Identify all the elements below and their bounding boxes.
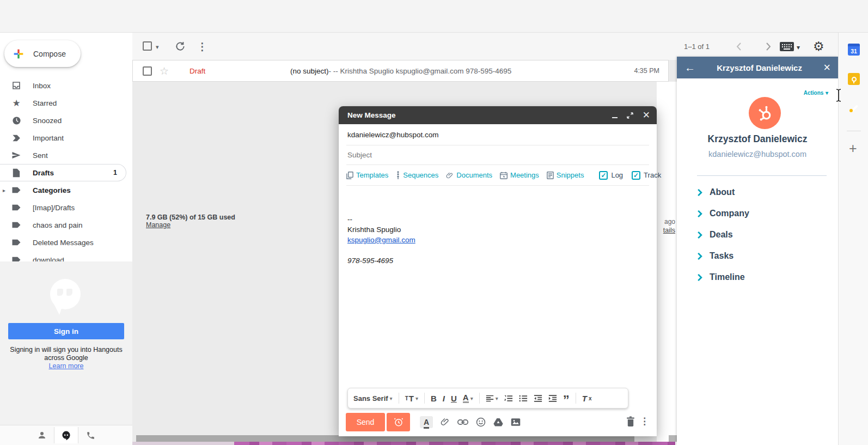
to-field[interactable]: [346, 130, 649, 139]
input-tools-icon[interactable]: [780, 42, 794, 51]
signature-email-link[interactable]: kspuglio@gmail.com: [347, 236, 415, 244]
log-checkbox[interactable]: ✓ Log: [599, 171, 623, 180]
email-row-draft[interactable]: ☆ Draft (no subject) - -- Krishtha Spugl…: [132, 60, 669, 82]
track-checkbox-box[interactable]: ✓: [632, 171, 640, 180]
hangouts-tab-icon[interactable]: [54, 427, 78, 443]
font-size-button[interactable]: TT▾: [405, 394, 418, 403]
row-checkbox[interactable]: [143, 66, 152, 76]
schedule-send-button[interactable]: [387, 413, 410, 431]
documents-button[interactable]: Documents: [446, 171, 492, 179]
track-checkbox[interactable]: ✓ Track: [632, 171, 661, 180]
section-about[interactable]: About: [697, 187, 735, 197]
subject-row[interactable]: [346, 145, 649, 165]
side-panel-divider: [847, 131, 861, 131]
numbered-list-button[interactable]: [504, 395, 513, 402]
documents-paperclip-icon: [446, 172, 454, 179]
sidebar-item-download[interactable]: download: [0, 251, 132, 261]
send-button[interactable]: Send: [346, 413, 385, 431]
expand-arrow-icon[interactable]: ▸: [3, 187, 5, 193]
sidebar-item-sent[interactable]: Sent: [0, 147, 132, 164]
indent-less-button[interactable]: [534, 395, 542, 402]
formatting-options-button[interactable]: A: [420, 416, 433, 428]
bullet-list-button[interactable]: [519, 395, 528, 402]
text-color-button[interactable]: A▾: [463, 394, 473, 403]
discard-draft-trash-icon[interactable]: [626, 416, 635, 426]
meetings-calendar-icon: [500, 172, 508, 179]
select-dropdown-caret[interactable]: ▾: [156, 44, 159, 51]
subject-field[interactable]: [346, 150, 649, 160]
section-deals[interactable]: Deals: [697, 230, 733, 240]
sequences-button[interactable]: Sequences: [396, 171, 438, 179]
compose-button[interactable]: Compose: [4, 40, 81, 67]
input-tools-caret[interactable]: ▾: [797, 44, 800, 51]
compose-header[interactable]: New Message ✕: [339, 106, 657, 124]
section-timeline[interactable]: Timeline: [697, 272, 745, 282]
calendar-icon[interactable]: 31: [848, 44, 860, 56]
page-bottom-edge-pattern: [234, 442, 675, 445]
sidebar-item-chaos-and-pain[interactable]: chaos and pain: [0, 216, 132, 234]
select-all-checkbox[interactable]: [143, 41, 152, 51]
bold-button[interactable]: B: [431, 394, 437, 403]
align-button[interactable]: ▾: [486, 395, 498, 402]
behind-details-link-fragment[interactable]: tails: [663, 227, 675, 234]
panel-back-arrow-icon[interactable]: ←: [684, 62, 695, 73]
section-company[interactable]: Company: [697, 209, 749, 218]
draft-file-icon: [11, 168, 22, 178]
keep-icon[interactable]: [848, 73, 860, 85]
star-icon: ★: [11, 97, 22, 109]
list-more-button[interactable]: ⋮: [197, 40, 207, 53]
settings-gear-icon[interactable]: ⚙: [813, 39, 824, 54]
hangouts-sign-in-button[interactable]: Sign in: [8, 323, 124, 339]
expand-icon[interactable]: [627, 112, 633, 119]
refresh-button[interactable]: [175, 41, 186, 52]
underline-button[interactable]: U: [451, 394, 457, 403]
meetings-button[interactable]: Meetings: [500, 171, 539, 179]
learn-more-link[interactable]: Learn more: [49, 362, 84, 370]
draft-label: Draft: [190, 67, 290, 75]
templates-button[interactable]: Templates: [346, 171, 388, 179]
remove-formatting-button[interactable]: Tx: [582, 394, 592, 403]
sidebar-item-important[interactable]: Important: [0, 129, 132, 147]
italic-button[interactable]: I: [443, 394, 445, 403]
clock-icon: [11, 116, 22, 125]
panel-close-icon[interactable]: ×: [823, 62, 830, 74]
sidebar-item-inbox[interactable]: Inbox: [0, 77, 132, 94]
chevron-right-icon: [697, 188, 702, 197]
row-snippet: - -- Krishtha Spuglio kspuglio@gmail.com…: [329, 67, 512, 75]
send-icon: [11, 151, 22, 160]
section-tasks[interactable]: Tasks: [697, 251, 733, 261]
phone-tab-icon[interactable]: [78, 427, 103, 443]
snippets-button[interactable]: Snippets: [547, 171, 584, 179]
page-previous-button[interactable]: [736, 42, 741, 51]
quote-button[interactable]: ”: [563, 398, 570, 403]
compose-more-options-icon[interactable]: ⋮: [640, 416, 649, 427]
log-checkbox-box[interactable]: ✓: [599, 171, 608, 180]
chevron-right-icon: [697, 210, 702, 218]
insert-emoji-icon[interactable]: [476, 417, 486, 427]
storage-manage-link[interactable]: Manage: [146, 221, 170, 229]
insert-photo-icon[interactable]: [511, 418, 521, 426]
sidebar-item-starred[interactable]: ★ Starred: [0, 94, 132, 112]
recipients-row[interactable]: [346, 124, 649, 145]
sidebar-item-deleted-messages[interactable]: Deleted Messages: [0, 234, 132, 251]
indent-more-button[interactable]: [548, 395, 557, 402]
attach-file-icon[interactable]: [441, 417, 450, 427]
sidebar-item-imap-drafts[interactable]: [Imap]/Drafts: [0, 199, 132, 216]
font-family-selector[interactable]: Sans Serif▾: [353, 394, 393, 403]
drafts-count-badge: 1: [113, 169, 117, 176]
row-star-icon[interactable]: ☆: [160, 66, 169, 76]
get-addons-plus-icon[interactable]: +: [849, 141, 857, 156]
sidebar-item-categories[interactable]: ▸ Categories: [0, 181, 132, 199]
insert-link-icon[interactable]: [457, 419, 468, 425]
minimize-icon[interactable]: [612, 117, 618, 118]
close-icon[interactable]: ✕: [643, 111, 650, 120]
label-icon: [11, 256, 22, 261]
message-body[interactable]: -- Krishtha Spuglio kspuglio@gmail.com 9…: [339, 186, 657, 273]
contact-email[interactable]: kdanielewicz@hubspot.com: [677, 150, 838, 159]
sidebar-item-drafts[interactable]: Drafts 1: [0, 164, 126, 181]
page-next-button[interactable]: [766, 42, 771, 51]
sidebar-item-snoozed[interactable]: Snoozed: [0, 112, 132, 129]
actions-dropdown[interactable]: Actions ▾: [804, 88, 828, 96]
contacts-tab-icon[interactable]: [29, 427, 54, 443]
insert-drive-icon[interactable]: [493, 418, 503, 426]
